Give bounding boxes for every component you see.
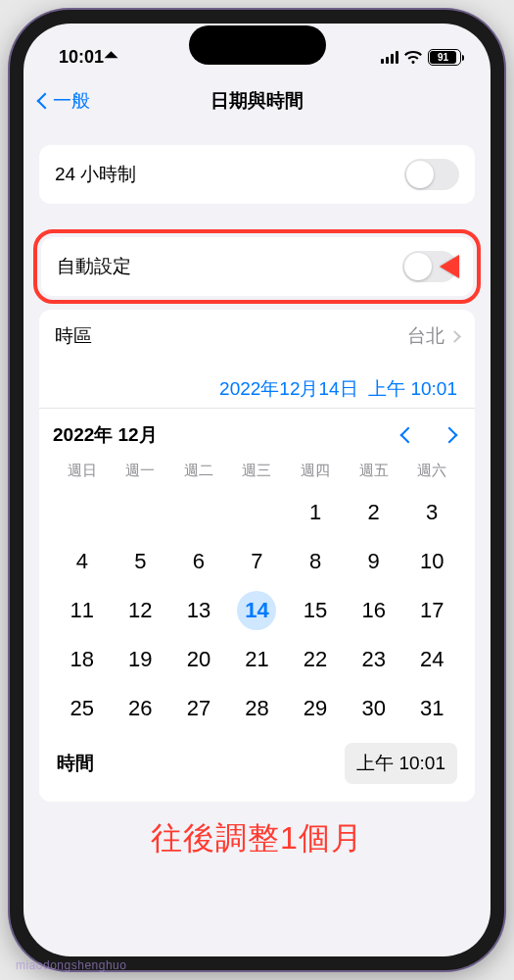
- wifi-icon: [404, 50, 422, 64]
- calendar-day[interactable]: 4: [53, 537, 112, 586]
- time-picker[interactable]: 上午 10:01: [345, 743, 457, 784]
- calendar-day[interactable]: 5: [112, 537, 170, 586]
- annotation-text: 往後調整1個月: [23, 802, 491, 866]
- calendar-day[interactable]: 18: [53, 635, 112, 684]
- time-row: 時間 上午 10:01: [53, 733, 461, 794]
- calendar-day-empty: [169, 488, 228, 537]
- calendar-week-row: 18192021222324: [53, 635, 461, 684]
- calendar-next-button[interactable]: [442, 427, 458, 444]
- datetime-display[interactable]: 2022年12月14日 上午 10:01: [39, 363, 475, 408]
- calendar-day[interactable]: 9: [345, 537, 403, 586]
- calendar-day[interactable]: 31: [402, 684, 461, 733]
- calendar-month-title: 2022年 12月: [53, 422, 158, 448]
- battery-icon: 91: [428, 49, 461, 66]
- calendar-day[interactable]: 12: [112, 586, 170, 635]
- cellular-icon: [381, 51, 398, 64]
- switch-knob: [406, 161, 434, 188]
- time-text: 上午 10:01: [368, 378, 457, 399]
- weekday-label: 週六: [402, 462, 461, 480]
- phone-frame: 10:01 ◤ 91 一般 日期與時間: [10, 10, 504, 970]
- label-24h: 24 小時制: [55, 162, 136, 187]
- nav-bar: 一般 日期與時間: [23, 78, 491, 123]
- back-button[interactable]: 一般: [39, 88, 90, 114]
- calendar-day[interactable]: 14: [228, 586, 287, 635]
- calendar-day-empty: [53, 488, 112, 537]
- row-24h: 24 小時制: [39, 145, 475, 204]
- cursor-arrow-icon: [440, 255, 459, 278]
- status-time: 10:01: [59, 47, 104, 68]
- screen: 10:01 ◤ 91 一般 日期與時間: [23, 24, 491, 956]
- weekday-label: 週日: [53, 462, 112, 480]
- calendar-week-row: 123: [53, 488, 461, 537]
- chevron-right-icon: [448, 330, 461, 343]
- time-label: 時間: [57, 751, 94, 776]
- location-icon: ◤: [104, 49, 119, 65]
- status-left: 10:01 ◤: [59, 47, 117, 68]
- calendar-day[interactable]: 6: [169, 537, 228, 586]
- weekday-label: 週一: [112, 462, 170, 480]
- calendar-day[interactable]: 15: [286, 586, 345, 635]
- weekday-label: 週四: [286, 462, 345, 480]
- value-timezone: 台北: [407, 323, 459, 349]
- calendar-day[interactable]: 27: [169, 684, 228, 733]
- highlight-auto-set: 自動設定: [33, 229, 481, 304]
- weekday-label: 週三: [228, 462, 287, 480]
- calendar-day[interactable]: 10: [402, 537, 461, 586]
- calendar-day[interactable]: 17: [402, 586, 461, 635]
- group-24h: 24 小時制: [39, 145, 475, 204]
- calendar-day-empty: [112, 488, 170, 537]
- calendar-day[interactable]: 21: [228, 635, 287, 684]
- timezone-text: 台北: [407, 323, 444, 349]
- calendar-day[interactable]: 29: [286, 684, 345, 733]
- dynamic-island: [189, 25, 326, 65]
- weekday-label: 週二: [169, 462, 228, 480]
- calendar-day[interactable]: 16: [345, 586, 403, 635]
- back-label: 一般: [53, 88, 90, 114]
- calendar-week-row: 45678910: [53, 537, 461, 586]
- calendar: 2022年 12月 週日週一週二週三週四週五週六 123456789101112…: [39, 408, 475, 802]
- calendar-prev-button[interactable]: [400, 427, 417, 444]
- calendar-day[interactable]: 8: [286, 537, 345, 586]
- page-title: 日期與時間: [210, 88, 304, 114]
- switch-24h[interactable]: [404, 159, 459, 190]
- calendar-day[interactable]: 2: [345, 488, 403, 537]
- calendar-day[interactable]: 19: [112, 635, 170, 684]
- calendar-day[interactable]: 28: [228, 684, 287, 733]
- calendar-day[interactable]: 1: [286, 488, 345, 537]
- label-auto-set: 自動設定: [57, 254, 131, 279]
- watermark: miaodongshenghuo: [16, 958, 126, 972]
- calendar-nav: [402, 429, 461, 441]
- calendar-day[interactable]: 26: [112, 684, 170, 733]
- row-timezone[interactable]: 時區 台北: [39, 310, 475, 363]
- calendar-day[interactable]: 24: [402, 635, 461, 684]
- status-right: 91: [381, 49, 461, 66]
- calendar-day-empty: [228, 488, 287, 537]
- calendar-day[interactable]: 25: [53, 684, 112, 733]
- calendar-day[interactable]: 7: [228, 537, 287, 586]
- content: 24 小時制 自動設定 時區: [23, 145, 491, 866]
- weekday-label: 週五: [345, 462, 403, 480]
- switch-knob: [404, 253, 432, 280]
- calendar-day[interactable]: 13: [169, 586, 228, 635]
- calendar-week-row: 11121314151617: [53, 586, 461, 635]
- weekday-row: 週日週一週二週三週四週五週六: [53, 456, 461, 488]
- label-timezone: 時區: [55, 323, 92, 349]
- calendar-day[interactable]: 23: [345, 635, 403, 684]
- calendar-day[interactable]: 11: [53, 586, 112, 635]
- calendar-day[interactable]: 30: [345, 684, 403, 733]
- battery-level: 91: [430, 51, 456, 64]
- calendar-day[interactable]: 3: [402, 488, 461, 537]
- calendar-day[interactable]: 22: [286, 635, 345, 684]
- calendar-header: 2022年 12月: [53, 422, 461, 448]
- row-auto-set: 自動設定: [41, 237, 473, 296]
- calendar-grid: 1234567891011121314151617181920212223242…: [53, 488, 461, 733]
- calendar-week-row: 25262728293031: [53, 684, 461, 733]
- chevron-left-icon: [37, 92, 54, 109]
- date-text: 2022年12月14日: [219, 378, 358, 399]
- switch-auto-set[interactable]: [402, 251, 457, 282]
- group-timezone: 時區 台北 2022年12月14日 上午 10:01 2022年 12月: [39, 310, 475, 802]
- calendar-day[interactable]: 20: [169, 635, 228, 684]
